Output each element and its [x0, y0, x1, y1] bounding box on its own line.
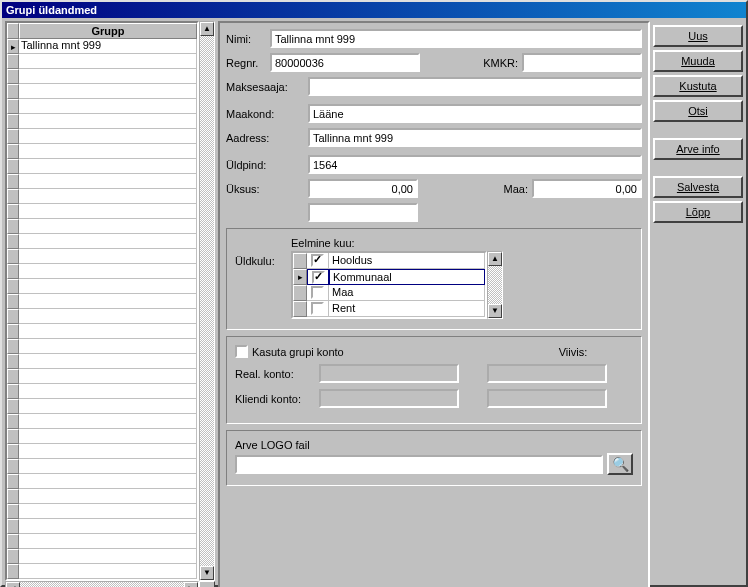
grid-cell[interactable]: [19, 219, 197, 234]
table-row[interactable]: [7, 324, 197, 339]
grid-cell[interactable]: [19, 429, 197, 444]
grid-cell[interactable]: [19, 204, 197, 219]
row-checkbox[interactable]: [307, 253, 329, 269]
uldkulu-grid[interactable]: Hooldus▸KommunaalMaaRent: [291, 251, 487, 319]
grid-cell[interactable]: [19, 519, 197, 534]
group-grid[interactable]: Grupp ▸Tallinna mnt 999: [5, 21, 199, 581]
maa-input[interactable]: [532, 179, 642, 198]
scroll-down-icon[interactable]: ▼: [488, 304, 502, 318]
table-row[interactable]: [7, 414, 197, 429]
table-row[interactable]: [7, 174, 197, 189]
grid-cell[interactable]: [19, 114, 197, 129]
grid-cell[interactable]: [19, 564, 197, 579]
table-row[interactable]: [7, 294, 197, 309]
uldkulu-vscroll[interactable]: ▲ ▼: [487, 251, 503, 319]
table-row[interactable]: [7, 504, 197, 519]
muuda-button[interactable]: Muuda: [653, 50, 743, 72]
regnr-input[interactable]: [270, 53, 420, 72]
logo-path-input[interactable]: [235, 455, 603, 474]
table-row[interactable]: [7, 279, 197, 294]
maksesaaja-input[interactable]: [308, 77, 642, 96]
grid-cell[interactable]: [19, 444, 197, 459]
grid-cell[interactable]: [19, 384, 197, 399]
grid-cell[interactable]: [19, 234, 197, 249]
grid-col-grupp[interactable]: Grupp: [19, 23, 197, 39]
table-row[interactable]: [7, 144, 197, 159]
scroll-down-icon[interactable]: ▼: [200, 566, 214, 580]
table-row[interactable]: [7, 159, 197, 174]
real-konto-input[interactable]: [319, 364, 459, 383]
grid-cell[interactable]: [19, 249, 197, 264]
list-item[interactable]: ▸Kommunaal: [293, 269, 485, 285]
table-row[interactable]: [7, 564, 197, 579]
row-checkbox[interactable]: [307, 269, 329, 285]
scroll-right-icon[interactable]: ►: [184, 582, 198, 587]
table-row[interactable]: [7, 69, 197, 84]
list-item[interactable]: Rent: [293, 301, 485, 317]
arve-info-button[interactable]: Arve info: [653, 138, 743, 160]
table-row[interactable]: [7, 219, 197, 234]
group-grid-vscroll[interactable]: ▲ ▼: [199, 21, 215, 581]
table-row[interactable]: [7, 354, 197, 369]
grid-cell[interactable]: [19, 309, 197, 324]
grid-cell[interactable]: [19, 504, 197, 519]
kustuta-button[interactable]: Kustuta: [653, 75, 743, 97]
grid-cell[interactable]: [19, 69, 197, 84]
table-row[interactable]: [7, 189, 197, 204]
grid-cell[interactable]: [19, 159, 197, 174]
aadress-input[interactable]: [308, 128, 642, 147]
grid-cell[interactable]: [19, 84, 197, 99]
salvesta-button[interactable]: Salvesta: [653, 176, 743, 198]
scroll-up-icon[interactable]: ▲: [488, 252, 502, 266]
table-row[interactable]: [7, 114, 197, 129]
grid-cell[interactable]: [19, 399, 197, 414]
otsi-button[interactable]: Otsi: [653, 100, 743, 122]
scroll-left-icon[interactable]: ◄: [6, 582, 20, 587]
grid-cell[interactable]: [19, 294, 197, 309]
grid-cell[interactable]: [19, 534, 197, 549]
list-item[interactable]: Maa: [293, 285, 485, 301]
table-row[interactable]: [7, 474, 197, 489]
uksus-num-input[interactable]: [308, 179, 418, 198]
grid-cell[interactable]: [19, 129, 197, 144]
grid-cell[interactable]: [19, 54, 197, 69]
kmkr-input[interactable]: [522, 53, 642, 72]
table-row[interactable]: [7, 99, 197, 114]
maakond-input[interactable]: [308, 104, 642, 123]
row-checkbox[interactable]: [307, 301, 329, 317]
uus-button[interactable]: Uus: [653, 25, 743, 47]
grid-cell[interactable]: [19, 99, 197, 114]
grid-cell[interactable]: [19, 489, 197, 504]
table-row[interactable]: [7, 399, 197, 414]
grid-cell[interactable]: [19, 189, 197, 204]
table-row[interactable]: [7, 309, 197, 324]
logo-browse-button[interactable]: 🔍: [607, 453, 633, 475]
table-row[interactable]: [7, 549, 197, 564]
table-row[interactable]: [7, 534, 197, 549]
row-checkbox[interactable]: [307, 285, 329, 301]
use-group-checkbox[interactable]: [235, 345, 248, 358]
grid-cell[interactable]: [19, 459, 197, 474]
table-row[interactable]: [7, 519, 197, 534]
grid-cell[interactable]: Tallinna mnt 999: [19, 39, 197, 54]
table-row[interactable]: [7, 339, 197, 354]
table-row[interactable]: [7, 489, 197, 504]
table-row[interactable]: [7, 384, 197, 399]
table-row[interactable]: ▸Tallinna mnt 999: [7, 39, 197, 54]
grid-cell[interactable]: [19, 339, 197, 354]
grid-cell[interactable]: [19, 279, 197, 294]
table-row[interactable]: [7, 429, 197, 444]
grid-cell[interactable]: [19, 174, 197, 189]
grid-cell[interactable]: [19, 369, 197, 384]
table-row[interactable]: [7, 54, 197, 69]
uldpind-input[interactable]: [308, 155, 642, 174]
scroll-up-icon[interactable]: ▲: [200, 22, 214, 36]
table-row[interactable]: [7, 129, 197, 144]
table-row[interactable]: [7, 369, 197, 384]
grid-cell[interactable]: [19, 474, 197, 489]
table-row[interactable]: [7, 264, 197, 279]
group-grid-hscroll[interactable]: ◄ ►: [5, 581, 199, 587]
kliendi-konto-input[interactable]: [319, 389, 459, 408]
grid-cell[interactable]: [19, 144, 197, 159]
table-row[interactable]: [7, 459, 197, 474]
